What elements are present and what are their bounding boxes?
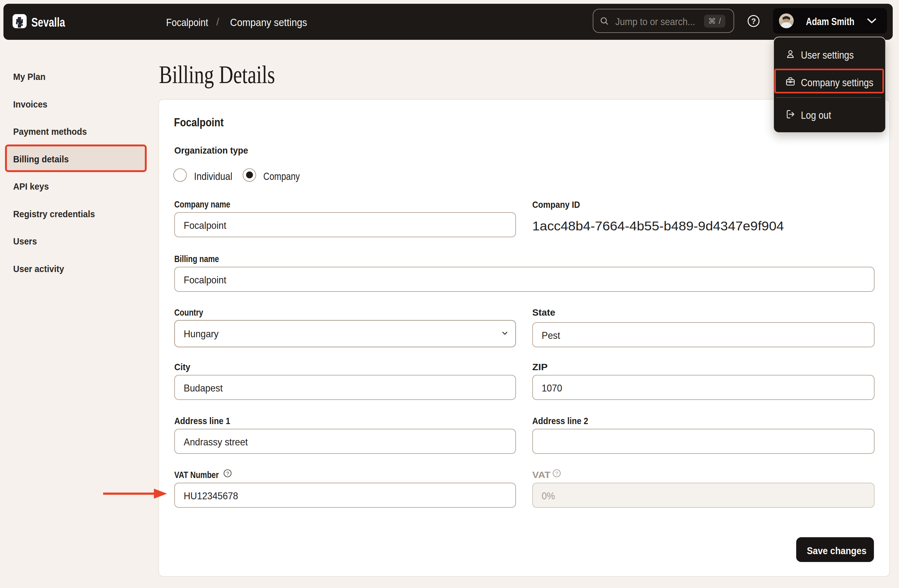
svg-text:?: ?: [555, 471, 558, 477]
svg-text:?: ?: [226, 471, 229, 477]
svg-text:?: ?: [751, 17, 756, 25]
